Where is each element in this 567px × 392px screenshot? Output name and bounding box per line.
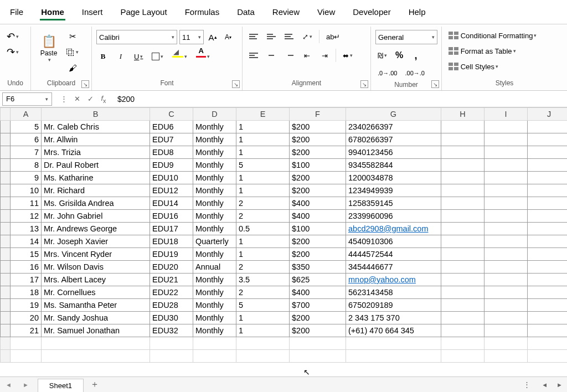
align-left-button[interactable] (247, 49, 260, 62)
format-as-table-button[interactable]: Format as Table ▾ (446, 44, 540, 58)
cell[interactable]: Monthly (193, 286, 236, 299)
cell[interactable] (528, 159, 568, 172)
font-launcher[interactable]: ↘ (232, 80, 240, 88)
clipboard-launcher[interactable]: ↘ (81, 80, 89, 88)
cell[interactable]: 1 (236, 184, 290, 197)
cell[interactable] (484, 312, 528, 324)
cell[interactable] (484, 337, 528, 350)
scroll-left-button[interactable]: ◄ (537, 381, 552, 388)
cell[interactable]: 19 (11, 299, 42, 312)
row-header[interactable] (1, 184, 11, 197)
align-right-button[interactable] (282, 49, 296, 62)
row-header[interactable] (1, 172, 11, 184)
cell[interactable]: Monthly (193, 312, 236, 324)
cell[interactable]: EDU22 (150, 286, 193, 299)
spreadsheet-grid[interactable]: A B C D E F G H I J 5Mr. Caleb ChrisEDU6… (0, 107, 567, 376)
cell[interactable]: 12 (11, 210, 42, 223)
cell[interactable] (150, 337, 193, 350)
row-header[interactable] (1, 159, 11, 172)
comma-format-button[interactable]: , (409, 49, 422, 62)
tab-options-icon[interactable]: ⋮ (518, 380, 537, 389)
cancel-formula-button[interactable]: ✕ (71, 95, 83, 103)
cell[interactable]: $200 (290, 133, 346, 146)
col-header[interactable]: J (528, 108, 568, 121)
cell[interactable]: Monthly (193, 159, 236, 172)
cell[interactable]: mnop@yahoo.com (346, 274, 441, 286)
cell[interactable]: Monthly (193, 146, 236, 159)
cell[interactable]: 1 (236, 121, 290, 133)
cell[interactable] (441, 223, 484, 235)
cell[interactable] (193, 337, 236, 350)
cell[interactable] (528, 350, 568, 363)
cell[interactable] (484, 274, 528, 286)
cell[interactable]: EDU30 (150, 312, 193, 324)
cell[interactable] (528, 121, 568, 133)
menu-data[interactable]: Data (228, 2, 264, 22)
menu-review[interactable]: Review (264, 2, 308, 22)
cell[interactable] (528, 312, 568, 324)
cell[interactable] (11, 337, 42, 350)
cell[interactable]: Monthly (193, 133, 236, 146)
cell[interactable]: Mr. Wilson Davis (42, 261, 150, 274)
cell[interactable] (528, 146, 568, 159)
cell[interactable] (441, 274, 484, 286)
col-header[interactable]: H (441, 108, 484, 121)
row-header[interactable] (1, 274, 11, 286)
cell[interactable]: 2340266397 (346, 121, 441, 133)
row-header[interactable] (1, 312, 11, 324)
cell[interactable] (484, 159, 528, 172)
copy-button[interactable]: ▾ (64, 45, 81, 59)
underline-button[interactable]: U▾ (132, 50, 145, 63)
cell[interactable]: 1 (236, 146, 290, 159)
cell[interactable]: Mr. Joseph Xavier (42, 235, 150, 248)
insert-function-button[interactable]: fx (97, 94, 110, 104)
cell[interactable] (528, 286, 568, 299)
menu-view[interactable]: View (308, 2, 344, 22)
cell[interactable]: Monthly (193, 248, 236, 261)
cell[interactable]: $400 (290, 210, 346, 223)
cell[interactable]: $700 (290, 299, 346, 312)
row-header[interactable] (1, 248, 11, 261)
cut-button[interactable] (64, 30, 81, 43)
cell[interactable]: $200 (290, 184, 346, 197)
cell[interactable]: 4540910306 (346, 235, 441, 248)
cell[interactable]: $200 (290, 146, 346, 159)
cell[interactable] (346, 337, 441, 350)
cell[interactable] (441, 350, 484, 363)
cell[interactable]: 1258359145 (346, 197, 441, 210)
col-header[interactable]: A (11, 108, 42, 121)
cell[interactable] (528, 274, 568, 286)
cell[interactable]: 14 (11, 235, 42, 248)
cell[interactable] (484, 299, 528, 312)
cell[interactable]: EDU21 (150, 274, 193, 286)
orientation-button[interactable]: ⤢▾ (300, 30, 315, 43)
cell[interactable] (528, 172, 568, 184)
cell[interactable]: 5 (236, 159, 290, 172)
cell[interactable] (528, 133, 568, 146)
cell[interactable]: 1 (236, 248, 290, 261)
cell[interactable] (150, 350, 193, 363)
accounting-format-button[interactable]: ₪▾ (375, 49, 389, 62)
cell[interactable] (484, 324, 528, 337)
cell[interactable] (484, 248, 528, 261)
cell[interactable]: 17 (11, 274, 42, 286)
cell[interactable]: Monthly (193, 172, 236, 184)
cell[interactable] (484, 286, 528, 299)
cell[interactable]: Monthly (193, 121, 236, 133)
cell[interactable]: 8 (11, 159, 42, 172)
enter-formula-button[interactable]: ✓ (84, 95, 96, 103)
cell[interactable]: 1 (236, 235, 290, 248)
cell[interactable]: EDU14 (150, 197, 193, 210)
row-header[interactable] (1, 261, 11, 274)
align-center-button[interactable] (265, 49, 278, 62)
fill-color-button[interactable]: ▾ (170, 50, 189, 63)
cell[interactable] (484, 350, 528, 363)
cell[interactable]: 1200034878 (346, 172, 441, 184)
cell[interactable] (484, 235, 528, 248)
row-header[interactable] (1, 133, 11, 146)
cell[interactable]: $350 (290, 261, 346, 274)
row-header[interactable] (1, 121, 11, 133)
cell[interactable] (290, 350, 346, 363)
cell[interactable]: Monthly (193, 299, 236, 312)
cell[interactable]: 9345582844 (346, 159, 441, 172)
